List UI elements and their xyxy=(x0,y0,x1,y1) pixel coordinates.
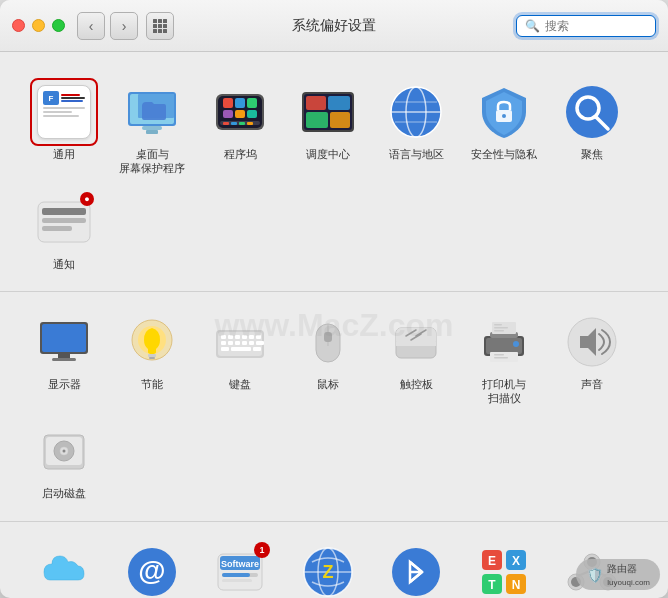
svg-text:Z: Z xyxy=(323,562,334,582)
general-icon-wrapper: F xyxy=(34,82,94,142)
system-preferences-window: ‹ › 系统偏好设置 🔍 www.MacZ.com xyxy=(0,0,668,598)
general-icon: F xyxy=(37,85,91,139)
security-icon xyxy=(476,84,532,140)
language-item[interactable]: 语言与地区 xyxy=(372,74,460,184)
network-item[interactable]: Z 网络 xyxy=(284,534,372,598)
dock-item[interactable]: 程序坞 xyxy=(196,74,284,184)
language-label: 语言与地区 xyxy=(389,147,444,161)
displays-item[interactable]: 显示器 xyxy=(20,304,108,414)
updates-item[interactable]: Software 1 软件更新 xyxy=(196,534,284,598)
startup-label: 启动磁盘 xyxy=(42,486,86,500)
search-box[interactable]: 🔍 xyxy=(516,15,656,37)
dock-label: 程序坞 xyxy=(224,147,257,161)
svg-rect-20 xyxy=(306,96,326,110)
keyboard-icon xyxy=(212,314,268,370)
svg-rect-78 xyxy=(494,324,502,326)
svg-rect-9 xyxy=(231,122,237,125)
internet-section: iCloud @ 互联网帐户 xyxy=(0,522,668,598)
watermark-text: 路由器luyouqi.com xyxy=(607,562,650,587)
mission-icon xyxy=(300,84,356,140)
language-icon-wrapper xyxy=(386,82,446,142)
bluetooth-item[interactable]: 蓝牙 xyxy=(372,534,460,598)
svg-rect-67 xyxy=(324,332,332,342)
bluetooth-icon-wrapper xyxy=(386,542,446,598)
startup-item[interactable]: 启动磁盘 xyxy=(20,413,108,508)
svg-point-31 xyxy=(502,114,506,118)
svg-rect-14 xyxy=(247,98,257,108)
svg-text:X: X xyxy=(512,554,520,568)
printers-item[interactable]: 打印机与扫描仪 xyxy=(460,304,548,414)
mission-icon-wrapper xyxy=(298,82,358,142)
svg-rect-37 xyxy=(42,218,86,223)
internet-icon-wrapper: @ xyxy=(122,542,182,598)
svg-rect-62 xyxy=(231,347,251,351)
search-input[interactable] xyxy=(545,19,647,33)
icloud-item[interactable]: iCloud xyxy=(20,534,108,598)
svg-rect-55 xyxy=(221,341,226,345)
mouse-label: 鼠标 xyxy=(317,377,339,391)
trackpad-item[interactable]: 触控板 xyxy=(372,304,460,414)
displays-icon-wrapper xyxy=(34,312,94,372)
maximize-button[interactable] xyxy=(52,19,65,32)
svg-rect-3 xyxy=(142,126,162,130)
svg-rect-10 xyxy=(239,122,245,125)
svg-text:Software: Software xyxy=(221,559,259,569)
dock-icon xyxy=(212,84,268,140)
keyboard-item[interactable]: 键盘 xyxy=(196,304,284,414)
sound-item[interactable]: 声音 xyxy=(548,304,636,414)
grid-view-button[interactable] xyxy=(146,12,174,40)
security-icon-wrapper xyxy=(474,82,534,142)
displays-label: 显示器 xyxy=(48,377,81,391)
language-icon xyxy=(388,84,444,140)
energy-label: 节能 xyxy=(141,377,163,391)
mouse-item[interactable]: 鼠标 xyxy=(284,304,372,414)
svg-rect-11 xyxy=(247,122,253,125)
back-button[interactable]: ‹ xyxy=(77,12,105,40)
desktop-item[interactable]: 桌面与屏幕保护程序 xyxy=(108,74,196,184)
update-badge: 1 xyxy=(254,542,270,558)
printers-icon-wrapper xyxy=(474,312,534,372)
notification-badge: ● xyxy=(80,192,94,206)
svg-rect-22 xyxy=(306,112,328,128)
svg-rect-52 xyxy=(242,335,247,339)
sound-icon-wrapper xyxy=(562,312,622,372)
notifications-item[interactable]: ● 通知 xyxy=(20,184,108,279)
icloud-icon xyxy=(36,544,92,598)
svg-rect-58 xyxy=(242,341,247,345)
desktop-label: 桌面与屏幕保护程序 xyxy=(119,147,185,176)
svg-rect-80 xyxy=(494,330,504,332)
extensions-item[interactable]: E X T N 扩展 xyxy=(460,534,548,598)
svg-rect-40 xyxy=(42,324,86,352)
general-label: 通用 xyxy=(53,147,75,161)
svg-rect-49 xyxy=(221,335,226,339)
svg-rect-53 xyxy=(249,335,254,339)
svg-rect-57 xyxy=(235,341,240,345)
svg-rect-36 xyxy=(42,208,86,215)
svg-point-84 xyxy=(513,341,519,347)
energy-item[interactable]: 节能 xyxy=(108,304,196,414)
forward-button[interactable]: › xyxy=(110,12,138,40)
svg-rect-42 xyxy=(52,358,76,361)
svg-rect-13 xyxy=(235,98,245,108)
mission-item[interactable]: 调度中心 xyxy=(284,74,372,184)
security-item[interactable]: 安全性与隐私 xyxy=(460,74,548,184)
printers-icon xyxy=(476,314,532,370)
svg-text:T: T xyxy=(488,578,496,592)
general-item[interactable]: F xyxy=(20,74,108,184)
svg-text:@: @ xyxy=(138,555,165,586)
spotlight-item[interactable]: 聚焦 xyxy=(548,74,636,184)
svg-rect-8 xyxy=(223,122,229,125)
svg-rect-38 xyxy=(42,226,72,231)
svg-rect-56 xyxy=(228,341,233,345)
keyboard-label: 键盘 xyxy=(229,377,251,391)
minimize-button[interactable] xyxy=(32,19,45,32)
svg-rect-63 xyxy=(253,347,261,351)
updates-icon-wrapper: Software 1 xyxy=(210,542,270,598)
bluetooth-icon xyxy=(388,544,444,598)
close-button[interactable] xyxy=(12,19,25,32)
mission-label: 调度中心 xyxy=(306,147,350,161)
svg-point-32 xyxy=(566,86,618,138)
search-icon: 🔍 xyxy=(525,19,540,33)
internet-item[interactable]: @ 互联网帐户 xyxy=(108,534,196,598)
keyboard-icon-wrapper xyxy=(210,312,270,372)
